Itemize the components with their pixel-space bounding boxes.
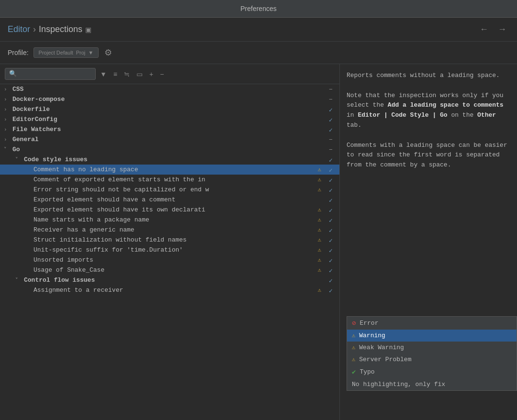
tree-item-receiver-generic[interactable]: Receiver has a generic name ⚠ ✓ [0,225,339,235]
item-label: Go [12,146,324,153]
item-label: Receiver has a generic name [34,226,318,233]
dropdown-item-no-highlighting[interactable]: No highlighting, only fix [347,378,517,390]
search-input[interactable] [5,68,96,80]
tree-item-exported-own[interactable]: Exported element should have its own dec… [0,205,339,215]
profile-dropdown[interactable]: Project Default Proj ▼ [34,47,99,58]
expand-icon: › [4,97,11,102]
checkbox[interactable]: ✓ [326,247,336,254]
window-title: Preferences [240,5,276,12]
expand-all-button[interactable]: ≡ [111,69,120,79]
warning-icon: ⚠ [352,332,355,339]
checkbox[interactable]: ✓ [326,287,336,294]
collapse-box-button[interactable]: ▭ [134,69,145,79]
checkbox[interactable]: ✓ [326,177,336,183]
tree-item-struct-init[interactable]: Struct initialization without field name… [0,235,339,245]
remove-button[interactable]: − [157,69,166,79]
item-label: Unit-specific suffix for 'time.Duration' [34,246,318,254]
checkbox[interactable]: ✓ [326,267,336,274]
tree-item-exported-comment[interactable]: Exported element should have a comment ✓ [0,195,339,205]
desc-para1: Reports comments without a leading space… [347,71,510,81]
checkbox-general[interactable]: − [326,136,336,143]
gear-button[interactable]: ⚙ [103,46,113,59]
item-label: Code style issues [24,156,324,163]
warning-icon: ⚠ [318,236,321,243]
warning-icon: ⚠ [318,166,321,173]
description-text: Reports comments without a leading space… [347,71,510,170]
tree-item-file-watchers[interactable]: › File Watchers ✓ [0,124,339,134]
checkbox-editorconfig[interactable]: ✓ [326,116,336,123]
desc-para3: Comments with a leading space can be eas… [347,141,510,170]
checkbox[interactable]: ✓ [326,166,336,173]
dropdown-item-typo[interactable]: ✔ Typo [347,365,517,378]
checkbox[interactable]: ✓ [326,187,336,193]
tree-item-unsorted-imports[interactable]: Unsorted imports ⚠ ✓ [0,255,339,265]
checkbox-go[interactable]: − [326,146,336,153]
checkbox-css[interactable]: − [326,86,336,93]
checkbox-file-watchers[interactable]: ✓ [326,126,336,133]
breadcrumb-inspections: Inspections [39,24,82,34]
no-highlighting-label: No highlighting, only fix [352,381,445,388]
dropdown-typo-label: Typo [360,368,374,376]
checkbox-control-flow[interactable]: ✓ [326,277,336,284]
tree-item-error-string[interactable]: Error string should not be capitalized o… [0,185,339,195]
item-label: General [12,136,324,143]
collapse-all-button[interactable]: ≒ [122,69,132,79]
tree-item-comment-exported[interactable]: Comment of exported element starts with … [0,175,339,185]
toolbar: ▼ ≡ ≒ ▭ + − [0,64,339,84]
desc-para2-mid: in [347,111,358,119]
checkbox[interactable]: ✓ [326,237,336,243]
error-icon: ⊘ [352,319,356,327]
profile-arrow-icon: ▼ [88,50,93,55]
tree-item-name-starts[interactable]: Name starts with a package name ⚠ ✓ [0,215,339,225]
desc-para2-editor: Editor | Code Style | Go [358,111,447,119]
server-problem-icon: ⚠ [352,356,355,363]
checkbox-docker-compose[interactable]: − [326,96,336,103]
tree-item-snake-case[interactable]: Usage of Snake_Case ⚠ ✓ [0,265,339,275]
dropdown-item-weak-warning[interactable]: ⚠ Weak Warning [347,342,517,354]
tree-item-docker-compose[interactable]: › Docker-compose − [0,94,339,104]
tree-item-assignment-receiver[interactable]: Assignment to a receiver ⚠ ✓ [0,285,339,295]
desc-para2: Note that the inspection works only if y… [347,91,510,131]
expand-icon: › [4,87,11,92]
severity-area: Severity: ⚠ Weak W ▼ ▼ ⊘ Error ⚠ Warning [347,375,517,388]
dropdown-item-warning[interactable]: ⚠ Warning [347,330,517,342]
tree-item-css[interactable]: › CSS − [0,84,339,94]
dropdown-item-server-problem[interactable]: ⚠ Server Problem [347,354,517,365]
tree-item-unit-suffix[interactable]: Unit-specific suffix for 'time.Duration'… [0,245,339,255]
checkbox[interactable]: ✓ [326,257,336,264]
tree-item-editorconfig[interactable]: › EditorConfig ✓ [0,114,339,124]
breadcrumb-bar: Editor › Inspections ▣ ← → [0,18,517,42]
item-label: Struct initialization without field name… [34,236,318,243]
breadcrumb-editor[interactable]: Editor [8,24,30,34]
desc-para2-last: tab. [347,122,361,129]
item-label: Assignment to a receiver [34,287,318,294]
checkbox[interactable]: ✓ [326,217,336,223]
dropdown-warning-label: Warning [359,332,385,339]
checkbox[interactable]: ✓ [326,197,336,203]
forward-button[interactable]: → [495,23,509,35]
checkbox-code-style-issues[interactable]: ✓ [326,156,336,163]
tree-item-control-flow[interactable]: ˅ Control flow issues ✓ [0,275,339,285]
weak-warning-icon: ⚠ [352,344,355,351]
tree-item-go[interactable]: ˅ Go − [0,144,339,155]
dropdown-item-error[interactable]: ⊘ Error [347,317,517,330]
back-button[interactable]: ← [477,23,491,35]
item-label: Exported element should have its own dec… [34,206,318,213]
checkbox[interactable]: ✓ [326,227,336,233]
item-label: Name starts with a package name [34,216,318,223]
left-panel: ▼ ≡ ≒ ▭ + − › CSS − › Docker-compose − [0,64,340,420]
checkbox-dockerfile[interactable]: ✓ [326,106,336,113]
tree-item-comment-no-leading[interactable]: Comment has no leading space ⚠ ✓ [0,165,339,175]
add-button[interactable]: + [147,69,156,79]
tree-item-general[interactable]: › General − [0,134,339,144]
item-label: EditorConfig [12,116,324,123]
expand-icon: ˅ [4,146,11,153]
item-label: Comment of exported element starts with … [34,176,318,183]
expand-icon: ˅ [15,277,22,283]
tree-item-dockerfile[interactable]: › Dockerfile ✓ [0,104,339,114]
checkbox[interactable]: ✓ [326,207,336,213]
tree-item-code-style-issues[interactable]: ˅ Code style issues ✓ [0,155,339,165]
filter-button[interactable]: ▼ [98,69,109,79]
breadcrumb-separator: › [33,24,36,34]
typo-icon: ✔ [352,368,356,376]
